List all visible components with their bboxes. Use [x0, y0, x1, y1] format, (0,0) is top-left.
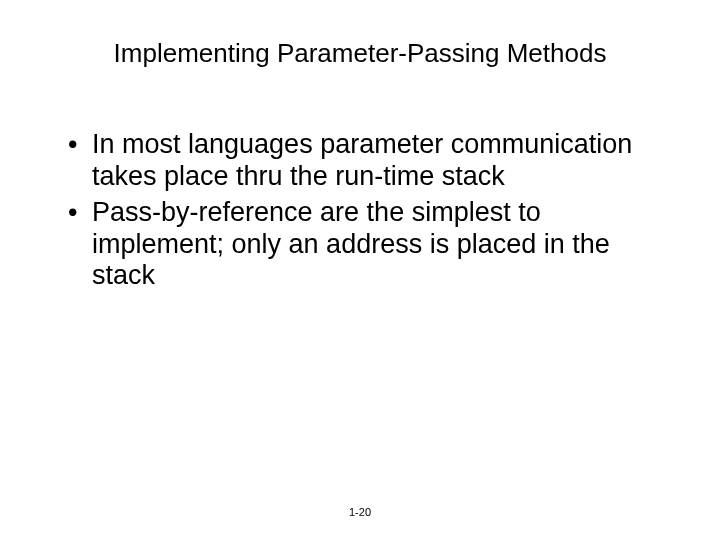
bullet-list: In most languages parameter communicatio… [64, 129, 670, 292]
slide-content: In most languages parameter communicatio… [50, 129, 670, 292]
list-item: In most languages parameter communicatio… [64, 129, 670, 193]
slide-title: Implementing Parameter-Passing Methods [50, 38, 670, 69]
slide-container: Implementing Parameter-Passing Methods I… [0, 0, 720, 540]
page-number: 1-20 [349, 506, 371, 518]
list-item: Pass-by-reference are the simplest to im… [64, 197, 670, 293]
